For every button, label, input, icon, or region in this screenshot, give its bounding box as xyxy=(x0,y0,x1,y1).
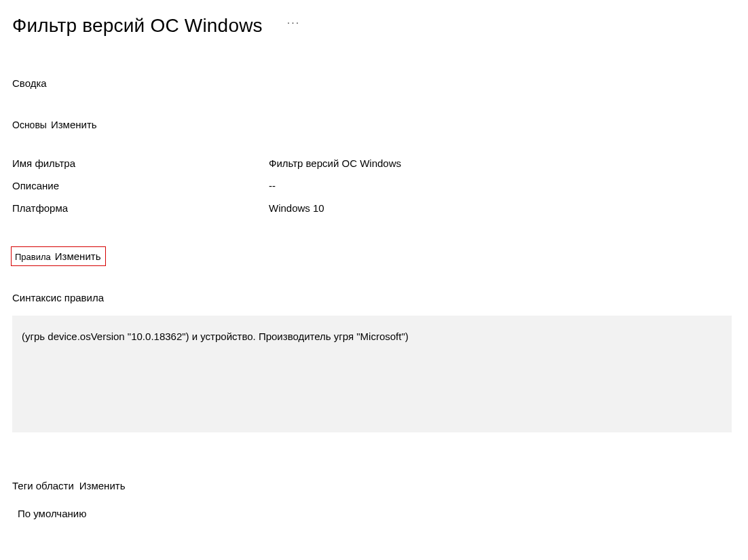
basics-section-name: Основы xyxy=(12,119,47,130)
rule-syntax-box: (угрь device.osVersion "10.0.18362") и у… xyxy=(12,316,732,432)
basics-edit-link[interactable]: Изменить xyxy=(51,119,97,130)
platform-label: Платформа xyxy=(12,202,269,214)
basics-section-header: Основы Изменить xyxy=(12,119,97,130)
rules-section-name: Правила xyxy=(15,252,51,262)
rules-section-header: Правила Изменить xyxy=(11,246,106,266)
description-value: -- xyxy=(269,180,736,191)
title-row: Фильтр версий ОС Windows ··· xyxy=(12,15,736,37)
page-title: Фильтр версий ОС Windows xyxy=(12,15,263,37)
scope-tags-edit-link[interactable]: Изменить xyxy=(79,480,126,491)
description-label: Описание xyxy=(12,180,269,191)
filter-name-label: Имя фильтра xyxy=(12,157,269,169)
more-button[interactable]: ··· xyxy=(287,18,300,34)
scope-tags-value: По умолчанию xyxy=(18,508,736,519)
rules-edit-link[interactable]: Изменить xyxy=(55,250,101,262)
scope-tags-header: Теги области Изменить xyxy=(12,480,125,491)
scope-tags-label: Теги области xyxy=(12,480,74,491)
rule-syntax-text: (угрь device.osVersion "10.0.18362") и у… xyxy=(22,331,409,342)
rule-syntax-label: Синтаксис правила xyxy=(12,292,736,303)
filter-name-row: Имя фильтра Фильтр версий ОС Windows xyxy=(12,157,736,169)
platform-value: Windows 10 xyxy=(269,202,736,214)
filter-name-value: Фильтр версий ОС Windows xyxy=(269,157,736,169)
description-row: Описание -- xyxy=(12,180,736,191)
platform-row: Платформа Windows 10 xyxy=(12,202,736,214)
summary-label: Сводка xyxy=(12,77,736,89)
basics-fields: Имя фильтра Фильтр версий ОС Windows Опи… xyxy=(12,157,736,214)
